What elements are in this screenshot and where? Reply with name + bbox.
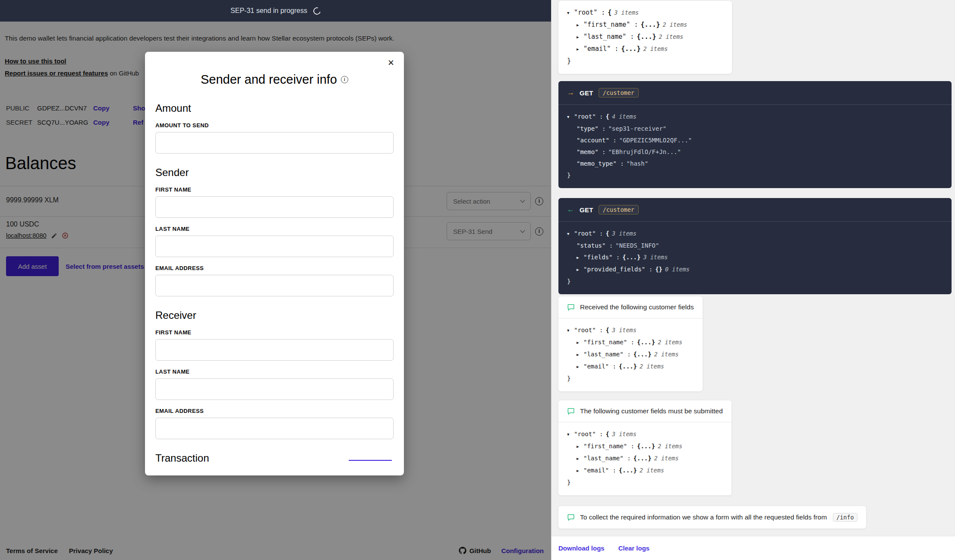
json-value: "hash" bbox=[627, 160, 649, 167]
tree-caret-icon[interactable]: ▶ bbox=[577, 361, 583, 373]
message-text: Received the following customer fields bbox=[580, 303, 694, 311]
form-field: FIRST NAME bbox=[155, 329, 394, 361]
receiver-field-input[interactable] bbox=[155, 339, 394, 361]
sender-field-input[interactable] bbox=[155, 196, 394, 218]
json-brace: {...} bbox=[637, 33, 656, 41]
form-field: EMAIL ADDRESS bbox=[155, 265, 394, 296]
tree-caret-icon[interactable]: ▶ bbox=[577, 264, 583, 276]
sender-field-input[interactable] bbox=[155, 275, 394, 296]
json-brace: {...} bbox=[637, 443, 655, 450]
sender-field-input[interactable] bbox=[155, 236, 394, 257]
request-method: GET bbox=[580, 206, 593, 214]
json-brace: {...} bbox=[619, 467, 637, 474]
message-header: The following customer fields must be su… bbox=[558, 400, 731, 422]
form-field: AMOUNT TO SEND bbox=[155, 122, 394, 154]
tree-caret-icon[interactable]: ▶ bbox=[577, 349, 583, 361]
json-row: ▶"last_name" :{...}2 items bbox=[567, 31, 723, 43]
tree-caret-icon[interactable]: ▼ bbox=[567, 7, 574, 19]
json-row: } bbox=[567, 276, 943, 287]
json-row: "memo" :"EBhrujFdlO/F+Jn..." bbox=[567, 146, 943, 158]
status-toast-bar: SEP-31 send in progress bbox=[0, 0, 551, 22]
tree-caret-icon[interactable]: ▶ bbox=[577, 337, 583, 349]
tree-caret-icon[interactable]: ▶ bbox=[577, 252, 583, 264]
form-field: LAST NAME bbox=[155, 226, 394, 257]
json-items-note: 2 items bbox=[654, 455, 679, 462]
form-field: FIRST NAME bbox=[155, 186, 394, 218]
receiver-section-heading: Receiver bbox=[155, 309, 394, 321]
json-items-note: 2 items bbox=[658, 339, 682, 346]
message-header: Received the following customer fields bbox=[558, 296, 703, 318]
log-card: The following customer fields must be su… bbox=[558, 400, 731, 495]
json-items-note: 3 items bbox=[643, 254, 668, 261]
json-row: "account" :"GDPEZIC5MMLO2QF..." bbox=[567, 135, 943, 146]
tree-caret-icon[interactable]: ▼ bbox=[567, 228, 574, 240]
tree-caret-icon[interactable]: ▶ bbox=[577, 441, 583, 453]
message-text: To collect the required information we s… bbox=[580, 513, 827, 521]
json-brace: {...} bbox=[622, 254, 640, 261]
json-items-note: 3 items bbox=[612, 230, 637, 237]
status-toast-text: SEP-31 send in progress bbox=[230, 7, 307, 15]
json-tree: ▼"root" :{3 items ▶"first_name" :{...}2 … bbox=[558, 1, 732, 74]
message-header: To collect the required information we s… bbox=[558, 506, 866, 529]
json-key: } bbox=[567, 375, 570, 382]
json-key: } bbox=[567, 278, 570, 285]
json-brace: { bbox=[605, 113, 609, 120]
json-brace: { bbox=[605, 431, 609, 437]
tree-caret-icon[interactable]: ▶ bbox=[577, 19, 583, 31]
close-icon[interactable]: ✕ bbox=[388, 59, 394, 67]
json-key: "email" : bbox=[583, 363, 616, 370]
json-brace: { bbox=[605, 327, 609, 333]
json-brace: {...} bbox=[634, 351, 652, 358]
sender-receiver-modal: ✕ Sender and receiver info i Amount AMOU… bbox=[145, 52, 404, 475]
request-method: GET bbox=[580, 89, 593, 97]
tree-caret-icon[interactable]: ▶ bbox=[577, 44, 583, 55]
json-key: "last_name" : bbox=[583, 351, 631, 358]
receiver-field-input[interactable] bbox=[155, 378, 394, 400]
json-brace: {...} bbox=[637, 339, 655, 346]
modal-title: Sender and receiver info bbox=[201, 72, 337, 87]
json-brace: {} bbox=[655, 266, 662, 273]
tree-caret-icon[interactable]: ▼ bbox=[567, 429, 574, 440]
json-items-note: 3 items bbox=[612, 327, 637, 333]
json-row: ▼"root" :{3 items bbox=[567, 7, 723, 19]
json-row: "status" :"NEEDS_INFO" bbox=[567, 240, 943, 252]
form-field: LAST NAME bbox=[155, 368, 394, 400]
request-header: ← GET /customer bbox=[558, 198, 952, 221]
json-key: "root" : bbox=[574, 230, 603, 237]
request-header: → GET /customer bbox=[558, 81, 952, 104]
download-logs-link[interactable]: Download logs bbox=[558, 544, 605, 552]
chat-bubble-icon bbox=[567, 513, 575, 521]
json-items-note: 2 items bbox=[640, 363, 664, 370]
json-row: ▶"email" :{...}2 items bbox=[567, 43, 723, 55]
json-items-note: 2 items bbox=[659, 33, 684, 40]
json-items-note: 2 items bbox=[640, 467, 664, 474]
json-key: "type" : bbox=[577, 125, 605, 132]
field-label: LAST NAME bbox=[155, 368, 394, 375]
json-row: ▼"root" :{3 items bbox=[567, 324, 694, 337]
logs-panel: ▼"root" :{3 items ▶"first_name" :{...}2 … bbox=[551, 0, 955, 560]
tree-caret-icon[interactable]: ▼ bbox=[567, 111, 574, 123]
json-row: ▶"email" :{...}2 items bbox=[567, 465, 723, 477]
amount-to-send-input[interactable] bbox=[155, 132, 394, 154]
logs-scroll-area[interactable]: ▼"root" :{3 items ▶"first_name" :{...}2 … bbox=[552, 0, 955, 536]
json-row: ▶"fields" :{...}3 items bbox=[567, 252, 943, 264]
tree-caret-icon[interactable]: ▼ bbox=[567, 325, 574, 337]
json-row: ▶"last_name" :{...}2 items bbox=[567, 349, 694, 361]
json-key: "memo" : bbox=[577, 148, 605, 155]
tree-caret-icon[interactable]: ▶ bbox=[577, 453, 583, 465]
json-row: } bbox=[567, 55, 723, 67]
tree-caret-icon[interactable]: ▶ bbox=[577, 465, 583, 477]
json-key: "first_name" : bbox=[583, 443, 634, 450]
clear-logs-link[interactable]: Clear logs bbox=[618, 544, 650, 552]
submit-link-underline[interactable] bbox=[349, 460, 392, 461]
info-icon[interactable]: i bbox=[341, 76, 348, 83]
logs-footer: Download logs Clear logs bbox=[552, 536, 955, 560]
receiver-field-input[interactable] bbox=[155, 418, 394, 439]
field-label: FIRST NAME bbox=[155, 329, 394, 336]
tree-caret-icon[interactable]: ▶ bbox=[577, 31, 583, 43]
json-tree: ▼"root" :{4 items "type" :"sep31-receive… bbox=[558, 104, 952, 188]
json-key: "email" : bbox=[583, 45, 618, 53]
json-key: "root" : bbox=[574, 431, 603, 437]
json-row: "memo_type" :"hash" bbox=[567, 158, 943, 170]
json-key: "root" : bbox=[574, 113, 603, 120]
